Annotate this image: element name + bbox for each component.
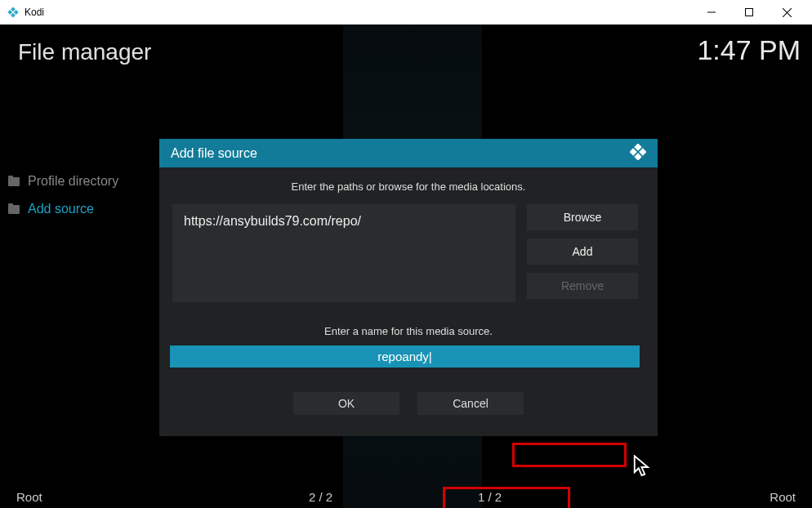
status-right-count: 1 / 2 xyxy=(478,490,502,504)
svg-rect-8 xyxy=(634,144,641,151)
dialog-header: Add file source xyxy=(159,139,658,167)
path-value: https://ansybuilds79.com/repo/ xyxy=(184,214,361,228)
svg-rect-1 xyxy=(14,10,19,15)
minimize-button[interactable] xyxy=(693,0,730,25)
svg-rect-0 xyxy=(11,7,16,11)
svg-rect-9 xyxy=(639,148,646,155)
cancel-button[interactable]: Cancel xyxy=(417,392,524,415)
paths-row: https://ansybuilds79.com/repo/ Browse Ad… xyxy=(172,204,645,302)
clock: 1:47 PM xyxy=(697,34,801,66)
add-file-source-dialog: Add file source Enter the paths or brows… xyxy=(159,139,658,436)
status-left-root: Root xyxy=(16,490,42,504)
status-left-count: 2 / 2 xyxy=(309,490,332,504)
list-item[interactable]: Profile directory xyxy=(8,167,155,195)
svg-rect-11 xyxy=(634,153,641,160)
window-titlebar: Kodi xyxy=(0,0,812,25)
dialog-title: Add file source xyxy=(171,146,257,161)
dialog-body: Enter the paths or browse for the media … xyxy=(159,167,658,436)
window-controls xyxy=(693,0,805,25)
side-buttons: Browse Add Remove xyxy=(527,204,638,302)
svg-rect-2 xyxy=(7,10,12,15)
list-item-label: Add source xyxy=(28,202,94,216)
browse-button[interactable]: Browse xyxy=(527,204,638,230)
kodi-app-icon xyxy=(7,6,20,19)
status-bar: Root 2 / 2 1 / 2 Root xyxy=(0,485,812,508)
kodi-main: File manager 1:47 PM Profile directory A… xyxy=(0,25,812,508)
status-right-root: Root xyxy=(770,490,796,504)
source-name-input[interactable]: repoandy| xyxy=(170,345,640,368)
paths-instruction: Enter the paths or browse for the media … xyxy=(172,180,645,193)
window-title: Kodi xyxy=(25,7,44,18)
path-input[interactable]: https://ansybuilds79.com/repo/ xyxy=(172,204,515,302)
add-button[interactable]: Add xyxy=(527,238,638,265)
folder-icon xyxy=(8,205,20,214)
svg-rect-5 xyxy=(746,9,753,16)
maximize-button[interactable] xyxy=(730,0,768,25)
name-instruction: Enter a name for this media source. xyxy=(172,325,645,337)
source-name-value: repoandy| xyxy=(377,350,431,363)
list-item-label: Profile directory xyxy=(28,174,118,189)
svg-rect-10 xyxy=(630,148,637,155)
list-item[interactable]: Add source xyxy=(8,195,155,223)
ok-button[interactable]: OK xyxy=(293,392,399,415)
close-button[interactable] xyxy=(768,0,805,25)
folder-icon xyxy=(8,177,20,186)
kodi-logo-icon xyxy=(630,144,646,163)
remove-button: Remove xyxy=(527,273,638,299)
svg-rect-3 xyxy=(11,13,16,18)
left-file-list: Profile directory Add source xyxy=(8,167,155,223)
page-title: File manager xyxy=(18,39,151,65)
dialog-footer-buttons: OK Cancel xyxy=(172,392,645,415)
